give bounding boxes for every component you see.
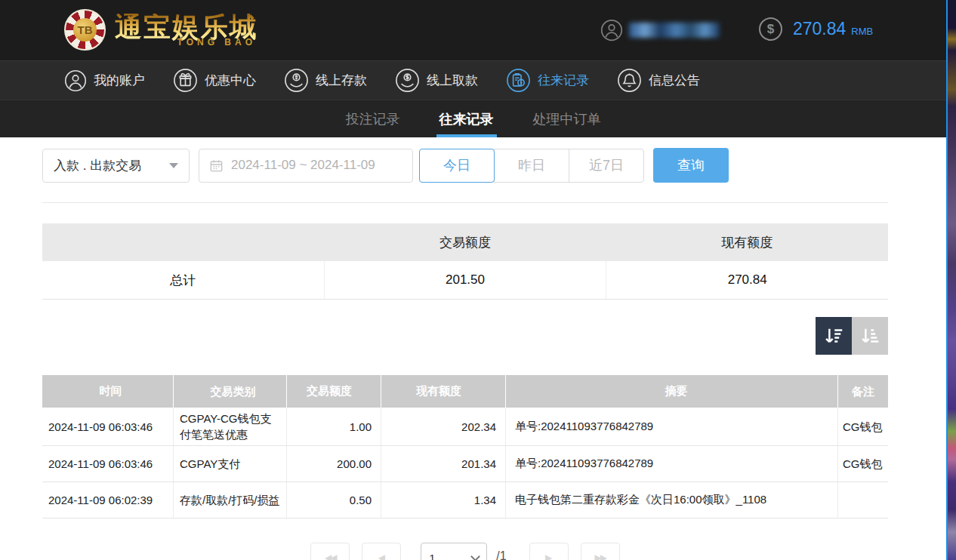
date-range-input[interactable]: 2024-11-09 ~ 2024-11-09	[199, 149, 413, 183]
next-page-button[interactable]: ▶	[529, 543, 569, 560]
nav-item-deposit[interactable]: 线上存款	[284, 68, 367, 93]
cell-current-amount: 201.34	[381, 446, 506, 482]
first-page-button[interactable]: ◀◀	[310, 543, 350, 560]
cell-transaction-type: CGPAY支付	[174, 446, 287, 482]
filter-row: 入款 . 出款交易 2024-11-09 ~ 2024-11-09 今日 昨日	[42, 148, 888, 183]
cell-transaction-amount: 200.00	[287, 446, 381, 482]
summary-table-header: 交易额度 现有额度	[42, 223, 888, 261]
cell-current-amount: 202.34	[381, 408, 506, 445]
cell-remark	[838, 482, 888, 518]
tab-transaction-records[interactable]: 往来记录	[438, 100, 495, 137]
nav-item-my-account[interactable]: 我的账户	[64, 69, 145, 92]
prev-page-button[interactable]: ◀	[362, 543, 401, 560]
cell-transaction-amount: 1.00	[287, 408, 381, 445]
content: 入款 . 出款交易 2024-11-09 ~ 2024-11-09 今日 昨日	[42, 148, 888, 560]
summary-transaction-total: 201.50	[324, 261, 606, 299]
col-remark: 备注	[838, 375, 888, 408]
background-image-strip	[946, 0, 956, 560]
quick-today-button[interactable]: 今日	[419, 149, 495, 183]
balance-amount: 270.84	[793, 19, 846, 39]
quick-yesterday-button[interactable]: 昨日	[494, 149, 569, 183]
cell-time: 2024-11-09 06:03:46	[42, 446, 174, 482]
pagination: ◀◀ ◀ 1 /1 ▶ ▶▶	[42, 543, 888, 560]
user-circle-icon	[600, 19, 623, 42]
page: TB 通宝娱乐城 TONG BAO $ 270.84 RMB	[0, 0, 946, 560]
cell-summary: 电子钱包第二重存款彩金《次日16:00领取》_1108	[506, 482, 838, 518]
transaction-type-value: 入款 . 出款交易	[54, 157, 141, 174]
first-page-icon: ◀◀	[325, 552, 335, 560]
user-account[interactable]	[600, 19, 720, 42]
sort-buttons	[42, 317, 888, 355]
chevron-down-icon	[470, 552, 480, 560]
quick-date-group: 今日 昨日 近7日	[419, 149, 644, 183]
quick-last7days-button[interactable]: 近7日	[569, 149, 644, 183]
sort-ascending-button[interactable]	[852, 317, 888, 355]
balance-currency: RMB	[851, 26, 873, 37]
cell-time: 2024-11-09 06:02:39	[42, 482, 174, 518]
balance[interactable]: $ 270.84 RMB	[759, 17, 873, 41]
sort-ascending-icon	[859, 325, 881, 347]
tab-betting-records[interactable]: 投注记录	[344, 100, 402, 137]
calendar-icon	[209, 158, 224, 173]
summary-table: 交易额度 现有额度 总计 201.50 270.84	[42, 223, 888, 300]
cell-summary: 单号:202411093776842789	[506, 446, 838, 482]
username-blurred	[629, 23, 720, 38]
cell-current-amount: 1.34	[381, 482, 506, 518]
page-number-select[interactable]: 1	[421, 543, 487, 560]
search-button[interactable]: 查询	[653, 148, 729, 183]
transaction-records-icon	[506, 68, 531, 93]
cell-remark: CG钱包	[838, 408, 888, 445]
deposit-coin-hand-icon	[284, 68, 309, 93]
top-header: TB 通宝娱乐城 TONG BAO $ 270.84 RMB	[0, 0, 946, 60]
summary-balance-total: 270.84	[606, 261, 888, 299]
last-page-button[interactable]: ▶▶	[581, 543, 620, 560]
record-subtabs: 投注记录 往来记录 处理中订单	[0, 100, 946, 137]
nav-item-promotions[interactable]: 优惠中心	[173, 68, 256, 93]
divider	[42, 202, 888, 203]
summary-total-label: 总计	[42, 261, 324, 299]
cell-remark: CG钱包	[838, 446, 888, 482]
chevron-down-icon	[169, 163, 178, 168]
nav-item-announcements[interactable]: 信息公告	[617, 68, 700, 93]
bell-icon	[617, 68, 642, 93]
transaction-type-select[interactable]: 入款 . 出款交易	[42, 149, 190, 183]
prev-page-icon: ◀	[378, 552, 385, 560]
table-row: 2024-11-09 06:03:46 CGPAY-CG钱包支付笔笔送优惠 1.…	[42, 408, 888, 446]
date-range-value: 2024-11-09 ~ 2024-11-09	[231, 158, 375, 173]
col-time: 时间	[42, 375, 174, 408]
cell-transaction-type: CGPAY-CG钱包支付笔笔送优惠	[174, 408, 287, 445]
sort-descending-button[interactable]	[816, 317, 852, 355]
nav-item-transaction-records[interactable]: 往来记录	[506, 68, 589, 93]
cell-transaction-amount: 0.50	[287, 482, 381, 518]
table-row: 2024-11-09 06:02:39 存款/取款/打码/损益 0.50 1.3…	[42, 482, 888, 518]
table-row: 2024-11-09 06:03:46 CGPAY支付 200.00 201.3…	[42, 446, 888, 482]
dollar-circle-icon: $	[759, 17, 782, 41]
col-transaction-type: 交易类别	[174, 375, 287, 408]
col-summary: 摘要	[506, 375, 838, 408]
col-current-amount: 现有额度	[381, 375, 506, 408]
summary-col-empty	[42, 223, 324, 261]
poker-chip-label: TB	[73, 18, 97, 42]
records-table-header: 时间 交易类别 交易额度 现有额度 摘要 备注	[42, 375, 888, 408]
next-page-icon: ▶	[545, 552, 552, 560]
sort-descending-icon	[822, 325, 845, 347]
summary-col-current-amount: 现有额度	[606, 223, 888, 261]
cell-time: 2024-11-09 06:03:46	[42, 408, 174, 445]
brand-logo[interactable]: TB 通宝娱乐城 TONG BAO	[64, 9, 258, 51]
cell-summary: 单号:202411093776842789	[506, 408, 838, 445]
records-table: 时间 交易类别 交易额度 现有额度 摘要 备注 2024-11-09 06:03…	[42, 375, 888, 518]
nav-item-withdraw[interactable]: 线上取款	[395, 68, 478, 93]
main-nav: 我的账户 优惠中心 线上存款	[0, 60, 946, 100]
cell-transaction-type: 存款/取款/打码/损益	[174, 482, 287, 518]
summary-col-transaction-amount: 交易额度	[324, 223, 606, 261]
gift-icon	[173, 68, 198, 93]
user-circle-icon	[64, 69, 87, 92]
withdraw-coin-hand-icon	[395, 68, 420, 93]
poker-chip-icon: TB	[64, 9, 106, 51]
tab-pending-orders[interactable]: 处理中订单	[532, 100, 603, 137]
page-number-value: 1	[429, 552, 435, 560]
summary-total-row: 总计 201.50 270.84	[42, 261, 888, 300]
last-page-icon: ▶▶	[594, 552, 605, 560]
page-total-label: /1	[496, 549, 506, 560]
col-transaction-amount: 交易额度	[287, 375, 381, 408]
